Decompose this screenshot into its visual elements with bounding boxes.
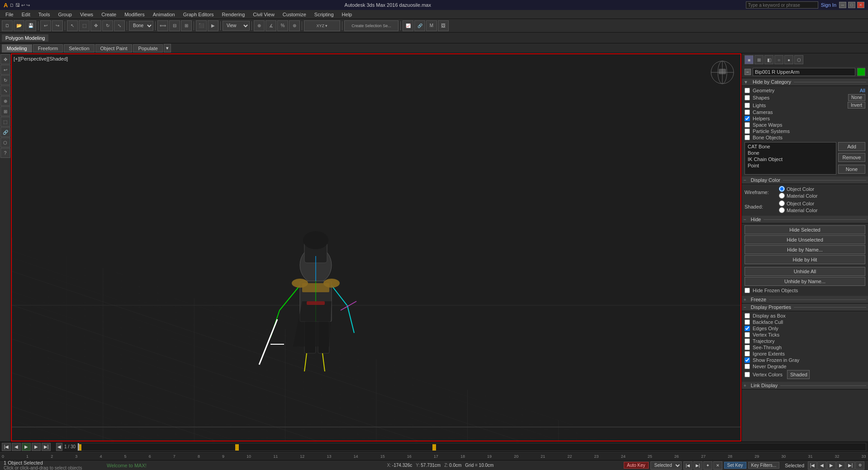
coord-dropdown[interactable]: XYZ ▾ — [304, 20, 340, 31]
hide-by-hit-btn[interactable]: Hide by Hit — [745, 255, 865, 264]
panel-icon-display[interactable]: ■ — [745, 55, 754, 64]
object-color-swatch[interactable] — [857, 68, 865, 76]
timeline-track[interactable] — [77, 443, 866, 451]
left-tool-10[interactable]: ? — [0, 148, 10, 158]
radio-wf-mat[interactable] — [779, 193, 785, 199]
tab-selection[interactable]: Selection — [64, 44, 94, 52]
manage-layers-tool[interactable]: ⊞ — [181, 20, 192, 31]
object-name-input[interactable] — [753, 68, 855, 76]
select-tool[interactable]: ↖ — [67, 20, 78, 31]
display-color-header[interactable]: − Display Color — [742, 176, 868, 184]
menu-create[interactable]: Create — [98, 11, 120, 18]
hide-selected-btn[interactable]: Hide Selected — [745, 225, 865, 234]
list-item-bone[interactable]: Bone — [746, 150, 835, 156]
list-item-ik-chain[interactable]: IK Chain Object — [746, 156, 835, 162]
radio-wf-obj[interactable] — [779, 186, 785, 192]
maximize-button[interactable]: □ — [848, 2, 855, 8]
menu-file[interactable]: File — [2, 11, 17, 18]
pb-go-start[interactable]: |◀ — [808, 461, 817, 470]
check-geometry[interactable] — [745, 88, 750, 93]
left-tool-5[interactable]: ⊕ — [0, 96, 10, 106]
remove-btn[interactable]: Remove — [838, 153, 865, 162]
hide-section-header[interactable]: − Hide — [742, 216, 868, 223]
undo-tool[interactable]: ↩ — [40, 20, 51, 31]
check-helpers[interactable] — [745, 116, 750, 121]
curve-editor-tool[interactable]: 📈 — [403, 20, 413, 31]
display-properties-header[interactable]: − Display Properties — [742, 304, 868, 311]
close-button[interactable]: ✕ — [857, 2, 864, 8]
check-lights[interactable] — [745, 103, 750, 108]
mirror-tool[interactable]: ⟺ — [157, 20, 168, 31]
check-see-through[interactable] — [745, 345, 750, 350]
left-tool-2[interactable]: ↩ — [0, 65, 10, 75]
left-tool-4[interactable]: ⤡ — [0, 85, 10, 95]
key-prev-btn[interactable]: |◀ — [683, 461, 693, 470]
btn-invert[interactable]: Invert — [848, 102, 865, 109]
pb-next[interactable]: ▶ — [836, 461, 845, 470]
save-tool[interactable]: 💾 — [25, 20, 36, 31]
pb-options[interactable]: ⚙ — [855, 461, 864, 470]
tab-populate[interactable]: Populate — [133, 44, 162, 52]
check-edges-only[interactable] — [745, 326, 750, 331]
delete-key-btn[interactable]: ✕ — [713, 461, 722, 470]
pb-go-end[interactable]: ▶| — [846, 461, 855, 470]
none-btn[interactable]: None — [838, 165, 865, 174]
timeline-ruler[interactable]: 0 1 2 3 4 5 6 7 8 9 10 11 12 13 14 15 16… — [0, 452, 868, 460]
check-vertex-ticks[interactable] — [745, 332, 750, 337]
set-key-btn[interactable]: Set Key — [724, 462, 746, 469]
shaded-btn[interactable]: Shaded — [787, 370, 810, 379]
hide-by-category-header[interactable]: ▼ Hide by Category — [742, 78, 868, 86]
rotate-tool[interactable]: ↻ — [102, 20, 113, 31]
panel-icon-4[interactable]: ○ — [774, 55, 783, 64]
next-frame-btn[interactable]: ▶ — [32, 443, 41, 451]
hide-unselected-btn[interactable]: Hide Unselected — [745, 235, 865, 244]
btn-all[interactable]: All — [860, 88, 865, 93]
go-start-btn[interactable]: |◀ — [2, 443, 11, 451]
check-bone-objects[interactable] — [745, 135, 750, 140]
freeze-section-header[interactable]: + Freeze — [742, 296, 868, 304]
menu-animation[interactable]: Animation — [149, 11, 179, 18]
radio-sh-obj[interactable] — [779, 200, 785, 206]
left-tool-3[interactable]: ↻ — [0, 75, 10, 85]
check-ignore-extents[interactable] — [745, 351, 750, 356]
radio-sh-mat[interactable] — [779, 207, 785, 213]
tab-freeform[interactable]: Freeform — [33, 44, 63, 52]
material-editor-tool[interactable]: M — [426, 20, 437, 31]
list-item-point[interactable]: Point — [746, 162, 835, 169]
go-end-btn[interactable]: ▶| — [42, 443, 51, 451]
snap-toggle[interactable]: ⊕ — [254, 20, 265, 31]
render-tool[interactable]: ▶ — [208, 20, 218, 31]
check-never-degrade[interactable] — [745, 364, 750, 369]
left-tool-1[interactable]: ✥ — [0, 54, 10, 64]
create-selection-set-btn[interactable]: Create Selection Se... — [344, 20, 398, 31]
align-tool[interactable]: ⊟ — [169, 20, 180, 31]
scale-tool[interactable]: ⤡ — [114, 20, 125, 31]
list-item-cat-bone[interactable]: CAT Bone — [746, 143, 835, 150]
play-btn[interactable]: ▶ — [22, 443, 31, 451]
menu-civil-view[interactable]: Civil View — [249, 11, 278, 18]
tab-object-paint[interactable]: Object Paint — [95, 44, 133, 52]
auto-key-btn[interactable]: Auto Key — [624, 462, 649, 469]
view-dropdown[interactable]: View — [223, 21, 250, 31]
key-filters-btn[interactable]: Key Filters... — [748, 462, 780, 469]
pb-prev[interactable]: ◀ — [817, 461, 826, 470]
viewport[interactable]: [+][Perspective][Shaded] — [11, 53, 741, 442]
menu-rendering[interactable]: Rendering — [218, 11, 249, 18]
unhide-all-btn[interactable]: Unhide All — [745, 267, 865, 276]
spinner-snap-tool[interactable]: ⊛ — [289, 20, 300, 31]
percent-snap-tool[interactable]: % — [277, 20, 288, 31]
panel-icon-2[interactable]: ⊞ — [754, 55, 764, 64]
check-hide-frozen[interactable] — [745, 288, 750, 293]
panel-icon-3[interactable]: ◧ — [764, 55, 773, 64]
unhide-by-name-btn[interactable]: Unhide by Name... — [745, 277, 865, 286]
check-backface-cull[interactable] — [745, 319, 750, 325]
panel-icon-5[interactable]: ● — [784, 55, 793, 64]
pb-play[interactable]: ▶ — [827, 461, 836, 470]
menu-help[interactable]: Help — [338, 11, 356, 18]
left-tool-6[interactable]: ⊞ — [0, 106, 10, 116]
left-tool-9[interactable]: ⬡ — [0, 138, 10, 147]
btn-none[interactable]: None — [848, 94, 865, 101]
menu-scripting[interactable]: Scripting — [311, 11, 337, 18]
tab-more-arrow[interactable]: ▾ — [164, 44, 171, 52]
check-cameras[interactable] — [745, 109, 750, 115]
